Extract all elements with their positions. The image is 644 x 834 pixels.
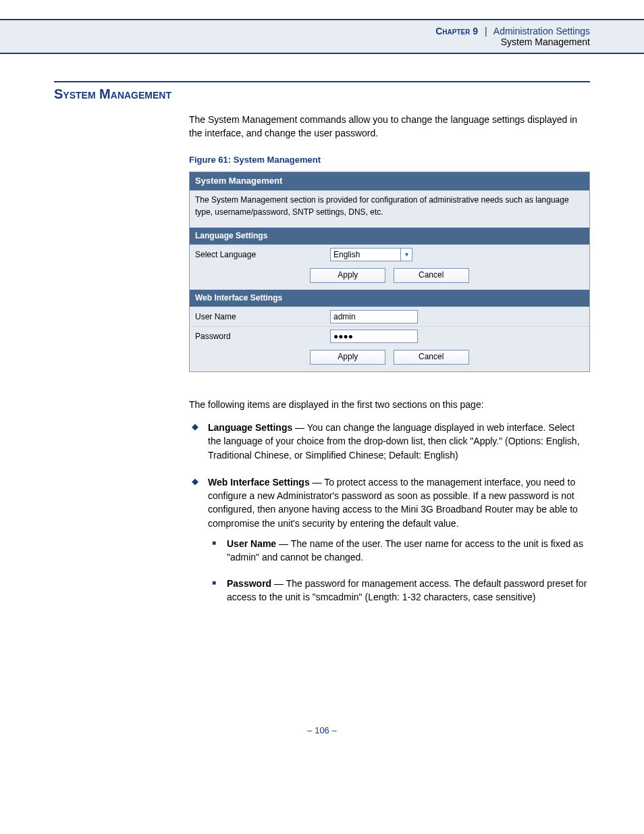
- follow-text: The following items are displayed in the…: [189, 398, 590, 411]
- cancel-button[interactable]: Cancel: [394, 350, 469, 364]
- password-row: Password ●●●●: [190, 326, 589, 346]
- username-row: User Name admin: [190, 307, 589, 326]
- bullet-title: Web Interface Settings: [208, 477, 310, 488]
- section-title: System Management: [54, 86, 590, 102]
- intro-paragraph: The System Management commands allow you…: [189, 113, 590, 140]
- section-divider: [54, 81, 590, 82]
- bullet-web-interface-settings: Web Interface Settings — To protect acce…: [189, 475, 590, 604]
- language-settings-header: Language Settings: [190, 228, 589, 244]
- page-number: – 106 –: [0, 725, 644, 756]
- bullet-title: Language Settings: [208, 422, 292, 433]
- language-select[interactable]: English ▾: [330, 248, 412, 261]
- figure-caption: Figure 61: System Management: [189, 154, 590, 167]
- chapter-label: Chapter 9: [435, 26, 478, 36]
- language-select-value: English: [331, 249, 400, 261]
- sub-bullet-text: — The name of the user. The user name fo…: [227, 538, 583, 563]
- cancel-button[interactable]: Cancel: [394, 268, 469, 282]
- header-separator: |: [485, 26, 487, 36]
- header-title: Administration Settings: [493, 26, 590, 36]
- password-input[interactable]: ●●●●: [330, 330, 418, 343]
- top-bullet-list: Language Settings — You can change the l…: [189, 421, 590, 604]
- web-button-row: Apply Cancel: [190, 346, 589, 371]
- apply-button[interactable]: Apply: [310, 350, 385, 364]
- chevron-down-icon[interactable]: ▾: [400, 249, 412, 261]
- language-row: Select Language English ▾: [190, 244, 589, 264]
- figure-screenshot: System Management The System Management …: [189, 172, 590, 371]
- sub-bullet-text: — The password for management access. Th…: [227, 578, 587, 602]
- apply-button[interactable]: Apply: [310, 268, 385, 282]
- language-button-row: Apply Cancel: [190, 264, 589, 289]
- sub-bullet-title: User Name: [227, 538, 276, 549]
- sub-bullet-password: Password — The password for management a…: [208, 577, 590, 604]
- password-label: Password: [195, 331, 330, 342]
- sub-bullet-title: Password: [227, 578, 271, 589]
- language-label: Select Language: [195, 249, 330, 261]
- sub-bullet-list: User Name — The name of the user. The us…: [208, 537, 590, 604]
- bullet-language-settings: Language Settings — You can change the l…: [189, 421, 590, 462]
- username-input[interactable]: admin: [330, 310, 418, 323]
- page-header: Chapter 9 | Administration Settings Syst…: [0, 19, 644, 54]
- username-label: User Name: [195, 311, 330, 323]
- panel-title-bar: System Management: [190, 172, 589, 190]
- sub-bullet-username: User Name — The name of the user. The us…: [208, 537, 590, 565]
- panel-description: The System Management section is provide…: [190, 190, 589, 228]
- header-subtitle: System Management: [0, 36, 590, 47]
- web-interface-settings-header: Web Interface Settings: [190, 290, 589, 307]
